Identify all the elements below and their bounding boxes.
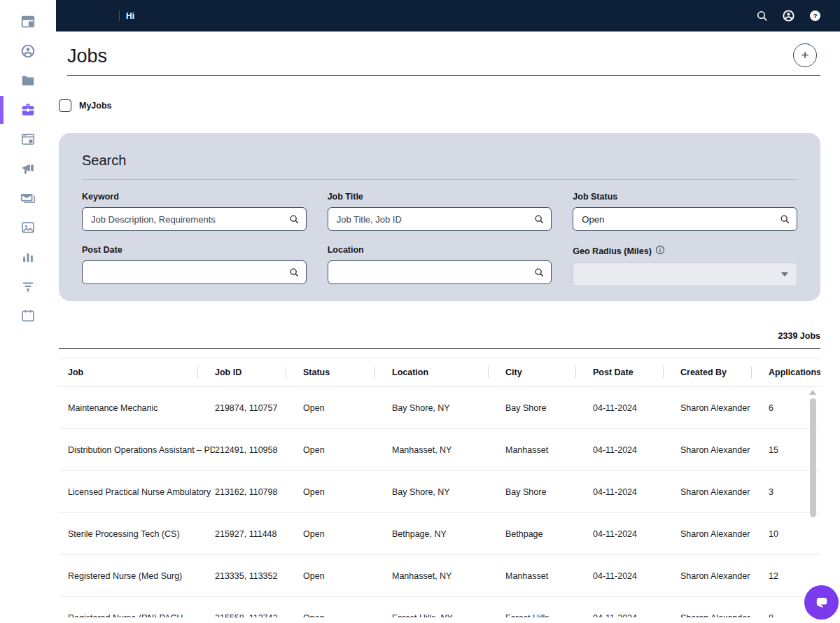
column-header-status[interactable]: Status bbox=[303, 358, 392, 386]
sidebar-item-window[interactable] bbox=[0, 125, 56, 154]
topbar-actions: ? bbox=[755, 9, 822, 22]
sidebar-item-mail[interactable] bbox=[0, 183, 56, 213]
field-post-date: Post Date bbox=[82, 245, 307, 286]
field-label-text: Job Status bbox=[573, 192, 617, 202]
chat-launcher-button[interactable] bbox=[804, 585, 839, 620]
column-header-job-id[interactable]: Job ID bbox=[215, 358, 303, 386]
cell-city: Manhasset bbox=[505, 445, 593, 455]
cell-job-id: 215558, 112742 bbox=[215, 613, 303, 618]
topbar: Hi ? bbox=[56, 0, 840, 31]
field-keyword: Keyword bbox=[82, 192, 307, 231]
table-scrollbar[interactable] bbox=[809, 390, 816, 517]
column-header-created-by[interactable]: Created By bbox=[680, 358, 769, 386]
search-fields: KeywordJob TitleJob StatusPost DateLocat… bbox=[82, 192, 797, 286]
topbar-divider bbox=[119, 10, 120, 21]
greeting-text: Hi bbox=[126, 11, 134, 21]
app-window: Hi ? Jobs + MyJobs Search KeywordJob Tit… bbox=[0, 0, 840, 623]
column-header-applications[interactable]: Applications bbox=[769, 358, 820, 386]
sidebar-item-filter[interactable] bbox=[0, 272, 56, 301]
folder-icon bbox=[20, 73, 36, 88]
cell-status: Open bbox=[303, 571, 392, 581]
sidebar-item-briefcase[interactable] bbox=[0, 95, 56, 125]
column-header-post-date[interactable]: Post Date bbox=[593, 358, 680, 386]
sidebar-item-bar-chart[interactable] bbox=[0, 242, 56, 272]
field-geo-radius-miles: Geo Radius (Miles) bbox=[573, 245, 797, 286]
table-row[interactable]: Licensed Practical Nurse Ambulatory21316… bbox=[59, 471, 820, 513]
results-divider bbox=[59, 348, 820, 349]
cell-created-by: Sharon Alexander bbox=[680, 487, 769, 497]
table-row[interactable]: Registered Nurse (Med Surg)213335, 11335… bbox=[59, 555, 820, 597]
input-wrap-keyword bbox=[82, 207, 307, 231]
user-icon bbox=[20, 43, 36, 59]
cell-job-id: 212491, 110958 bbox=[215, 445, 303, 455]
field-label-job-title: Job Title bbox=[328, 192, 552, 202]
cell-applications: 10 bbox=[769, 529, 820, 539]
cell-job-id: 213162, 110798 bbox=[215, 487, 303, 497]
post-date-input[interactable] bbox=[82, 260, 307, 284]
job-title-input[interactable] bbox=[328, 207, 552, 231]
column-header-city[interactable]: City bbox=[505, 358, 593, 386]
table-header-row: JobJob IDStatusLocationCityPost DateCrea… bbox=[59, 358, 820, 387]
calendar-icon bbox=[20, 308, 36, 323]
scrollbar-up-arrow[interactable] bbox=[809, 390, 816, 395]
cell-city: Bay Shore bbox=[505, 403, 593, 413]
cell-status: Open bbox=[303, 613, 392, 618]
help-icon[interactable]: ? bbox=[808, 9, 822, 22]
table-row[interactable]: Distribution Operations Assistant – PD21… bbox=[59, 429, 820, 471]
job-status-input[interactable] bbox=[573, 207, 797, 231]
cell-city: Bethpage bbox=[505, 529, 593, 539]
field-label-location: Location bbox=[328, 245, 552, 255]
sidebar-item-user[interactable] bbox=[0, 36, 56, 66]
geo-radius-miles-select[interactable] bbox=[573, 262, 797, 286]
svg-text:?: ? bbox=[813, 12, 817, 20]
cell-location: Manhasset, NY bbox=[392, 571, 505, 581]
field-label-post-date: Post Date bbox=[82, 245, 307, 255]
field-label-text: Geo Radius (Miles) bbox=[573, 246, 652, 256]
cell-city: Bay Shore bbox=[505, 487, 593, 497]
field-label-job-status: Job Status bbox=[573, 192, 797, 202]
keyword-input[interactable] bbox=[82, 207, 307, 231]
cell-created-by: Sharon Alexander bbox=[680, 571, 769, 581]
column-header-location[interactable]: Location bbox=[392, 358, 505, 386]
search-icon[interactable] bbox=[755, 9, 769, 22]
mail-icon bbox=[20, 190, 36, 206]
cell-location: Bay Shore, NY bbox=[392, 403, 505, 413]
sidebar-item-calendar[interactable] bbox=[0, 301, 56, 330]
sidebar-item-folder[interactable] bbox=[0, 66, 56, 95]
image-icon bbox=[20, 220, 36, 235]
jobs-table: JobJob IDStatusLocationCityPost DateCrea… bbox=[59, 358, 820, 617]
add-job-button[interactable]: + bbox=[793, 43, 817, 67]
scrollbar-thumb[interactable] bbox=[810, 398, 816, 517]
table-body: Maintenance Mechanic219874, 110757OpenBa… bbox=[59, 387, 820, 617]
location-input[interactable] bbox=[328, 260, 552, 284]
input-wrap-job-title bbox=[328, 207, 552, 231]
chat-bubble-icon bbox=[813, 594, 831, 612]
field-label-geo-radius-miles: Geo Radius (Miles) bbox=[573, 245, 797, 257]
cell-job: Distribution Operations Assistant – PD bbox=[68, 445, 215, 455]
cell-status: Open bbox=[303, 403, 392, 413]
megaphone-icon bbox=[20, 161, 36, 176]
myjobs-label: MyJobs bbox=[79, 101, 112, 111]
window-icon bbox=[20, 132, 36, 147]
user-icon[interactable] bbox=[782, 9, 795, 22]
info-icon[interactable] bbox=[655, 245, 665, 257]
field-label-text: Location bbox=[328, 245, 364, 255]
search-panel-title: Search bbox=[82, 153, 797, 169]
table-row[interactable]: Sterile Processing Tech (CS)215927, 1114… bbox=[59, 513, 820, 555]
cell-city: Forest Hills bbox=[505, 613, 593, 618]
sidebar-item-image[interactable] bbox=[0, 213, 56, 242]
cell-post-date: 04-11-2024 bbox=[593, 529, 680, 539]
cell-status: Open bbox=[303, 445, 392, 455]
sidebar-item-dashboard[interactable] bbox=[0, 7, 56, 36]
cell-job: Licensed Practical Nurse Ambulatory bbox=[68, 487, 215, 497]
sidebar-item-megaphone[interactable] bbox=[0, 154, 56, 183]
dashboard-icon bbox=[20, 14, 36, 29]
table-row[interactable]: Maintenance Mechanic219874, 110757OpenBa… bbox=[59, 387, 820, 429]
table-row[interactable]: Registered Nurse (RN) PACU215558, 112742… bbox=[59, 597, 820, 617]
myjobs-checkbox[interactable] bbox=[59, 99, 71, 112]
cell-status: Open bbox=[303, 487, 392, 497]
chevron-down-icon bbox=[781, 272, 788, 276]
field-job-status: Job Status bbox=[573, 192, 797, 231]
cell-created-by: Sharon Alexander bbox=[680, 445, 769, 455]
column-header-job[interactable]: Job bbox=[68, 358, 215, 386]
